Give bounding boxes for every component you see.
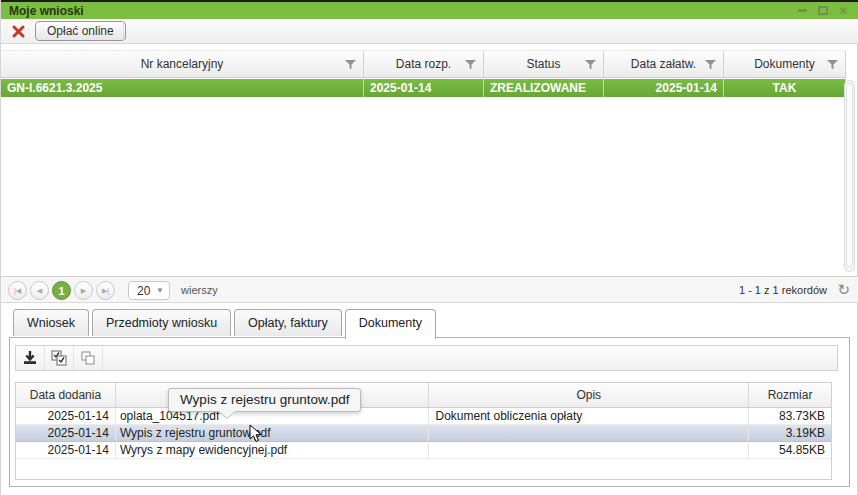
cell-size[interactable]: 83.73KB [749, 408, 831, 424]
documents-toolbar [15, 345, 838, 371]
toolbar-divider [123, 21, 124, 41]
maximize-icon[interactable] [818, 6, 828, 15]
pager-next-button[interactable]: ▶ [74, 281, 93, 300]
cell-nr-kancelaryjny[interactable]: GN-I.6621.3.2025 [1, 79, 364, 97]
window-title: Moje wnioski [9, 4, 84, 18]
cell-size[interactable]: 3.19KB [749, 425, 831, 441]
table-row-selected[interactable]: GN-I.6621.3.2025 2025-01-14 ZREALIZOWANE… [1, 79, 846, 97]
filter-icon[interactable] [585, 60, 596, 70]
refresh-icon[interactable]: ↻ [837, 281, 850, 299]
column-header-status[interactable]: Status [484, 51, 604, 77]
copy-icon [80, 350, 96, 366]
cell-date[interactable]: 2025-01-14 [16, 408, 116, 424]
documents-table-header: Data dodania Opis Rozmiar [16, 383, 831, 408]
rows-label: wierszy [181, 284, 218, 296]
select-all-button[interactable] [45, 346, 74, 370]
column-header-data-dodania[interactable]: Data dodania [16, 383, 116, 407]
column-header-data-rozp[interactable]: Data rozp. [364, 51, 484, 77]
close-icon[interactable]: × [839, 6, 847, 15]
page-size-value: 20 [137, 284, 150, 298]
copy-button[interactable] [74, 346, 103, 370]
cell-description[interactable] [429, 425, 749, 441]
documents-panel: Data dodania Opis Rozmiar 2025-01-14 opl… [9, 337, 850, 487]
tab-przedmioty-wniosku[interactable]: Przedmioty wniosku [92, 309, 231, 336]
mouse-cursor [249, 424, 263, 444]
checkboxes-icon [51, 350, 67, 366]
tab-dokumenty[interactable]: Dokumenty [345, 309, 436, 339]
cell-description[interactable] [429, 442, 749, 458]
download-button[interactable] [16, 346, 45, 370]
cell-file[interactable]: Wyrys z mapy ewidencyjnej.pdf [116, 442, 430, 458]
filter-icon[interactable] [827, 60, 838, 70]
documents-table: Data dodania Opis Rozmiar 2025-01-14 opl… [15, 382, 832, 480]
window-controls: × [798, 2, 847, 19]
title-bar: Moje wnioski [1, 2, 858, 19]
column-header-opis[interactable]: Opis [429, 383, 749, 407]
column-header-data-zalatw[interactable]: Data załatw. [604, 51, 724, 77]
pager-last-button[interactable]: ▶| [96, 281, 115, 300]
filter-icon[interactable] [345, 60, 356, 70]
tooltip-arrow [219, 411, 235, 418]
detail-tabs: Wniosek Przedmioty wniosku Opłaty, faktu… [13, 309, 436, 338]
requests-table-body [1, 97, 846, 276]
tooltip-text: Wypis z rejestru gruntow.pdf [180, 392, 349, 407]
pager-first-button[interactable]: |◀ [8, 281, 27, 300]
document-row-highlighted[interactable]: 2025-01-14 Wypis z rejestru gruntow.pdf … [16, 425, 831, 442]
document-row[interactable]: 2025-01-14 Wyrys z mapy ewidencyjnej.pdf… [16, 442, 831, 459]
cell-date[interactable]: 2025-01-14 [16, 442, 116, 458]
minimize-icon[interactable] [798, 9, 807, 12]
column-header-nr-kancelaryjny[interactable]: Nr kancelaryjny [1, 51, 364, 77]
pay-online-button[interactable]: Opłać online [35, 21, 126, 41]
filename-tooltip: Wypis z rejestru gruntow.pdf [168, 388, 361, 412]
filter-icon[interactable] [465, 60, 476, 70]
column-header-dokumenty[interactable]: Dokumenty [724, 51, 846, 77]
scrollbar-thumb[interactable] [846, 83, 853, 267]
cell-status[interactable]: ZREALIZOWANE [484, 79, 604, 97]
download-icon [22, 350, 38, 366]
document-row[interactable]: 2025-01-14 oplata_104517.pdf Dokument ob… [16, 408, 831, 425]
filter-icon[interactable] [705, 60, 716, 70]
cell-dokumenty[interactable]: TAK [724, 79, 846, 97]
column-header-rozmiar[interactable]: Rozmiar [749, 383, 831, 407]
pagination-bar: |◀ ◀ 1 ▶ ▶| 20 ▼ wierszy 1 - 1 z 1 rekor… [1, 276, 858, 303]
cell-size[interactable]: 54.85KB [749, 442, 831, 458]
chevron-down-icon: ▼ [156, 286, 164, 295]
cell-data-rozp[interactable]: 2025-01-14 [364, 79, 484, 97]
cell-description[interactable]: Dokument obliczenia opłaty [429, 408, 749, 424]
cell-date[interactable]: 2025-01-14 [16, 425, 116, 441]
cell-data-zalatw[interactable]: 2025-01-14 [604, 79, 724, 97]
vertical-scrollbar[interactable] [844, 80, 855, 272]
tab-oplaty-faktury[interactable]: Opłaty, faktury [234, 309, 342, 336]
cell-file[interactable]: Wypis z rejestru gruntow.pdf [116, 425, 430, 441]
app-window: Moje wnioski × Opłać online Nr kancelary… [0, 0, 858, 495]
pager-current-page[interactable]: 1 [52, 281, 71, 300]
page-size-select[interactable]: 20 ▼ [128, 281, 170, 300]
records-summary: 1 - 1 z 1 rekordów [739, 284, 827, 296]
tab-wniosek[interactable]: Wniosek [13, 309, 89, 336]
requests-table-header: Nr kancelaryjny Data rozp. Status Data z… [1, 50, 846, 78]
main-toolbar: Opłać online [1, 19, 858, 44]
pager-prev-button[interactable]: ◀ [30, 281, 49, 300]
close-request-icon[interactable] [11, 24, 26, 39]
